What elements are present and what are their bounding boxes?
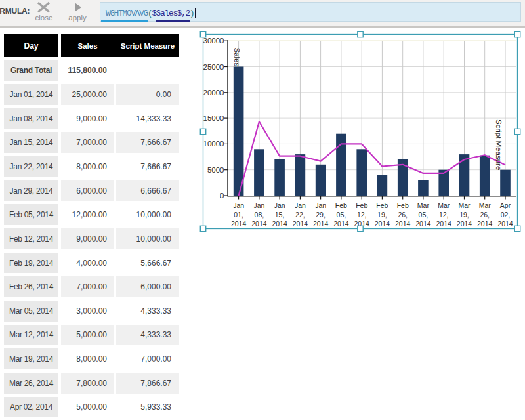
svg-text:Jan29,2014: Jan29,2014 (313, 201, 329, 228)
svg-text:Sales: Sales (233, 48, 241, 67)
svg-text:Mar05,2014: Mar05,2014 (415, 201, 431, 228)
svg-text:30000: 30000 (203, 37, 224, 45)
svg-text:Jan01,2014: Jan01,2014 (231, 201, 247, 228)
svg-text:20000: 20000 (203, 89, 224, 96)
svg-text:Jan22,2014: Jan22,2014 (293, 201, 308, 228)
svg-text:0: 0 (220, 192, 224, 200)
svg-text:25000: 25000 (203, 63, 224, 71)
svg-text:Feb12,2014: Feb12,2014 (354, 201, 370, 228)
svg-text:Jan08,2014: Jan08,2014 (251, 201, 267, 228)
svg-text:Mar26,2014: Mar26,2014 (477, 201, 493, 228)
svg-text:15000: 15000 (203, 114, 224, 122)
svg-text:Jan15,2014: Jan15,2014 (272, 201, 287, 228)
svg-text:5000: 5000 (207, 166, 224, 174)
svg-text:Feb05,2014: Feb05,2014 (333, 201, 349, 228)
svg-text:10000: 10000 (203, 140, 224, 148)
svg-text:Feb19,2014: Feb19,2014 (375, 201, 390, 228)
svg-text:Apr02,2014: Apr02,2014 (497, 201, 513, 228)
svg-text:Mar12,2014: Mar12,2014 (436, 201, 452, 228)
svg-text:Feb26,2014: Feb26,2014 (395, 201, 411, 228)
svg-text:Script Measure: Script Measure (495, 119, 503, 170)
svg-text:Mar19,2014: Mar19,2014 (457, 201, 472, 228)
